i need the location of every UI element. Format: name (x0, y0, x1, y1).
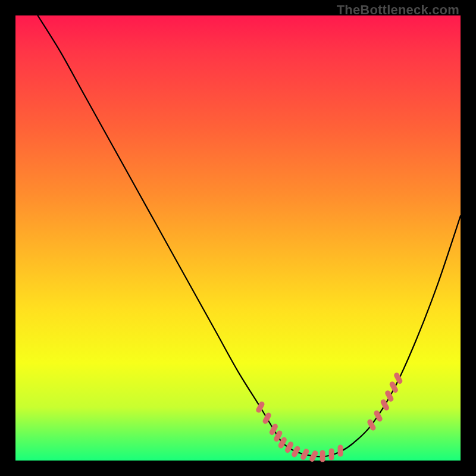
curve-marker (320, 450, 325, 462)
chart-svg (15, 15, 461, 461)
plot-area (15, 15, 461, 461)
curve-marker (300, 448, 310, 461)
curve-marker (338, 445, 343, 457)
curve-marker (262, 412, 272, 425)
marker-layer (255, 372, 403, 463)
chart-frame: TheBottleneck.com (0, 0, 476, 476)
curve-marker (329, 449, 334, 461)
curve-marker (380, 399, 390, 412)
